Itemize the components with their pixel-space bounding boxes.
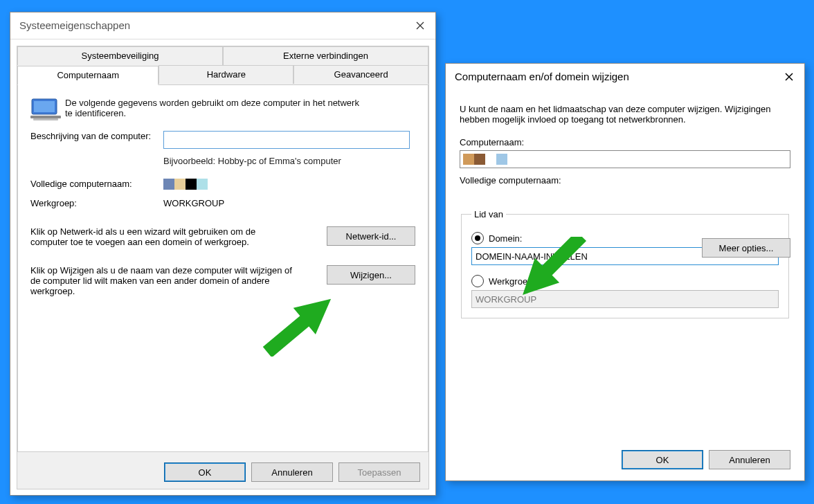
full-computer-name-value [163, 179, 208, 190]
computer-icon [30, 98, 61, 121]
change-text: Klik op Wijzigen als u de naam van deze … [30, 265, 293, 296]
more-options-button[interactable]: Meer opties... [702, 238, 790, 258]
workgroup-value: WORKGROUP [163, 198, 224, 208]
dialog-button-row: OK Annuleren Toepassen [164, 462, 420, 482]
computer-name-input[interactable] [460, 150, 790, 168]
ok-button[interactable]: OK [164, 462, 246, 482]
workgroup-input[interactable] [471, 290, 779, 308]
radio-row-workgroup[interactable]: Werkgroep: [471, 275, 779, 287]
tab-row-bottom: Computernaam Hardware Geavanceerd [17, 65, 428, 84]
dialog-content: U kunt de naam en het lidmaatschap van d… [446, 90, 804, 480]
dialog-button-row: OK Annuleren [622, 450, 790, 469]
label-full-computer-name: Volledige computernaam: [30, 179, 163, 190]
intro-paragraph: U kunt de naam en het lidmaatschap van d… [460, 104, 790, 125]
svg-rect-1 [34, 101, 55, 112]
svg-rect-2 [30, 116, 61, 118]
computer-description-input[interactable] [163, 131, 410, 149]
property-sheet: Systeembeveiliging Externe verbindingen … [17, 46, 429, 489]
apply-button[interactable]: Toepassen [338, 462, 420, 482]
label-computer-description: Beschrijving van de computer: [30, 131, 163, 149]
label-computer-name: Computernaam: [460, 137, 790, 147]
window-title: Computernaam en/of domein wijzigen [455, 64, 629, 90]
close-icon[interactable] [405, 12, 435, 39]
window-title: Systeemeigenschappen [19, 12, 130, 39]
description-hint: Bijvoorbeeld: Hobby-pc of Emma's compute… [163, 156, 341, 166]
workgroup-radio-label: Werkgroep: [489, 276, 535, 287]
svg-rect-3 [33, 118, 58, 120]
titlebar[interactable]: Systeemeigenschappen [10, 12, 435, 39]
annotation-arrow-icon [257, 291, 347, 357]
tab-computer-name[interactable]: Computernaam [17, 66, 159, 85]
workgroup-radio[interactable] [471, 275, 484, 287]
svg-marker-4 [257, 291, 342, 357]
tab-remote[interactable]: Externe verbindingen [223, 46, 428, 65]
computer-name-value [463, 154, 507, 165]
tab-panel-computer-name: De volgende gegevens worden gebruikt om … [17, 84, 428, 452]
tab-system-protection[interactable]: Systeembeveiliging [17, 46, 223, 65]
change-name-domain-dialog: Computernaam en/of domein wijzigen U kun… [445, 63, 805, 481]
label-workgroup: Werkgroep: [30, 198, 163, 208]
cancel-button[interactable]: Annuleren [709, 450, 790, 469]
network-id-text: Klik op Netwerk-id als u een wizard wilt… [30, 226, 293, 247]
change-button[interactable]: Wijzigen... [327, 265, 415, 285]
tab-row-top: Systeembeveiliging Externe verbindingen [17, 46, 428, 65]
label-full-computer-name: Volledige computernaam: [460, 175, 790, 186]
network-id-button[interactable]: Netwerk-id... [327, 226, 415, 246]
tab-advanced[interactable]: Geavanceerd [293, 65, 428, 84]
close-icon[interactable] [774, 64, 804, 90]
domain-radio[interactable] [471, 232, 484, 244]
ok-button[interactable]: OK [622, 450, 703, 469]
member-of-group: Lid van Domein: Werkgroep: [461, 209, 789, 318]
system-properties-dialog: Systeemeigenschappen Systeembeveiliging … [10, 12, 436, 496]
domain-radio-label: Domein: [489, 233, 522, 244]
member-of-legend: Lid van [471, 209, 506, 219]
cancel-button[interactable]: Annuleren [251, 462, 333, 482]
intro-text: De volgende gegevens worden gebruikt om … [65, 98, 363, 121]
tab-hardware[interactable]: Hardware [159, 65, 293, 84]
titlebar[interactable]: Computernaam en/of domein wijzigen [446, 64, 804, 90]
